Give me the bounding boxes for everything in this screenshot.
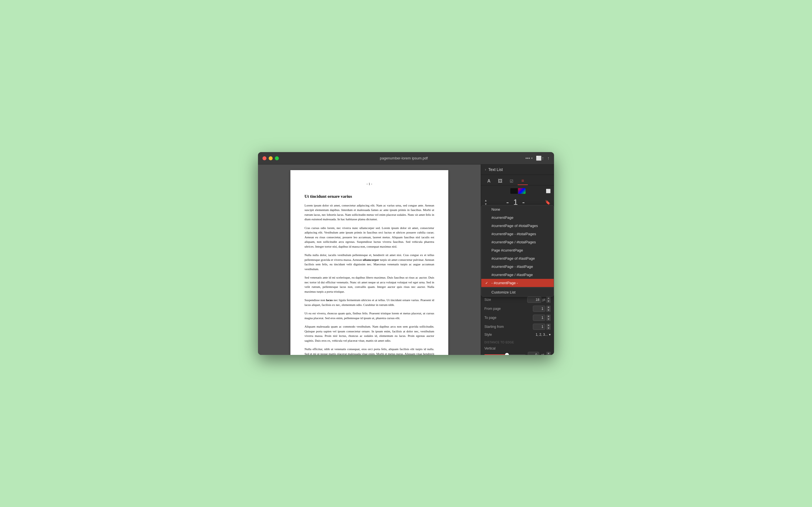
dropdown-item-none[interactable]: None [481,205,554,214]
tab-text[interactable]: A [484,177,494,185]
right-panel: › Text List A 🖼 ☑ ≡ ⬜ [481,165,554,355]
dropdown-item-currentPage-slash-totalPages[interactable]: #currentPage / #totalPages [481,238,554,246]
pdf-page-number: - 1 - [305,181,434,186]
pdf-para-3: Nulla nulla dolor, iaculis vestibulum pe… [305,252,434,271]
pdf-viewer[interactable]: - 1 - Ut tincidunt ornare varius Lorem i… [258,165,481,355]
starting-from-down[interactable]: ▼ [546,327,551,330]
vertical-slider-thumb[interactable] [505,353,509,355]
dropdown-item-currentPage-slash-lastPage[interactable]: #currentPage / #lastPage [481,271,554,279]
from-page-input[interactable] [533,305,545,312]
to-page-row: To page ▲ ▼ [485,313,551,322]
size-input[interactable] [527,297,541,303]
controls-section: Size pt ▲ ▼ From page [485,295,551,355]
vertical-row: Vertical [485,345,551,352]
dropdown-item-dash-currentPage-dash[interactable]: ✓ - #currentPage - [481,279,554,287]
to-page-value: ▲ ▼ [533,315,551,321]
pdf-para-1: Lorem ipsum dolor sit amet, consectetur … [305,203,434,222]
from-page-down[interactable]: ▼ [546,309,551,312]
dropdown-item-currentPage-of-totalPages[interactable]: #currentPage of #totalPages [481,222,554,230]
panel-content: ⬜ ▲ ▼ - 1 - 🔖 None [481,185,554,355]
panel-chevron-icon: › [485,168,486,172]
traffic-lights [262,156,279,160]
from-page-row: From page ▲ ▼ [485,304,551,313]
close-button[interactable] [262,156,266,160]
vertical-up[interactable]: ▲ [546,352,551,355]
starting-from-up[interactable]: ▲ [546,324,551,327]
size-down[interactable]: ▼ [546,300,551,303]
app-window: pagenumber-lorem ipsum.pdf •••▾ ⬜↑ ↑ - 1… [258,152,554,355]
minimize-button[interactable] [269,156,273,160]
style-row: Style 1, 2, 3... ▾ [485,331,551,338]
bookmark-icon[interactable]: 🔖 [545,200,551,205]
pdf-page: - 1 - Ut tincidunt ornare varius Lorem i… [290,170,448,355]
to-page-input[interactable] [533,315,545,321]
pdf-heading: Ut tincidunt ornare varius [305,193,434,200]
vertical-slider-fill [485,354,507,355]
tab-check[interactable]: ☑ [506,177,516,185]
starting-from-stepper[interactable]: ▲ ▼ [546,324,551,330]
dropdown-item-customize[interactable]: Customize List [481,288,554,296]
vertical-label: Vertical [485,346,495,350]
prev-arrow[interactable]: ▲ [485,199,487,202]
size-unit: pt [543,298,545,302]
vertical-slider-row: pt ▲ ▼ [485,352,551,355]
panel-title: Text List [488,167,503,172]
from-page-label: From page [485,307,501,311]
style-value[interactable]: 1, 2, 3... ▾ [536,333,551,337]
style-label: Style [485,333,492,337]
export-button[interactable]: ↑ [547,156,550,161]
menu-button[interactable]: •••▾ [525,156,532,161]
to-page-up[interactable]: ▲ [546,315,551,318]
dropdown-item-currentPage-dash-lastPage[interactable]: #currentPage - #lastPage [481,263,554,271]
content-area: - 1 - Ut tincidunt ornare varius Lorem i… [258,165,554,355]
dropdown-item-page-currentPage[interactable]: Page #currentPage [481,246,554,255]
starting-from-label: Starting from [485,325,504,329]
pdf-para-2: Cras cursus odio lorem, nec viverra nunc… [305,226,434,249]
window-title: pagenumber-lorem ipsum.pdf [282,156,525,160]
vertical-input[interactable] [528,352,539,355]
pdf-para-4: Sed venenatis ante id mi scelerisque, eu… [305,275,434,294]
page-number-arrows[interactable]: ▲ ▼ [485,199,487,206]
title-actions: •••▾ ⬜↑ ↑ [525,156,550,161]
starting-from-value: ▲ ▼ [533,324,551,330]
pdf-para-7: Aliquam malesuada quam ac commodo vestib… [305,324,434,343]
gradient-swatch [518,188,525,194]
vertical-slider-track [485,354,525,355]
pdf-para-8: Nulla efficitur, nibh ut venenatis conse… [305,347,434,355]
to-page-down[interactable]: ▼ [546,318,551,321]
starting-from-input[interactable] [533,324,545,330]
color-swatch[interactable] [510,188,525,194]
panel-tabs: A 🖼 ☑ ≡ [481,175,554,185]
title-bar: pagenumber-lorem ipsum.pdf •••▾ ⬜↑ ↑ [258,152,554,165]
distance-label: DISTANCE TO EDGE [485,341,551,344]
size-label: Size [485,298,491,302]
dropdown-item-currentPage[interactable]: #currentPage [481,214,554,222]
to-page-label: To page [485,316,497,320]
format-dropdown[interactable]: None #currentPage #currentPage of #total… [481,205,554,297]
copy-format-icon[interactable]: ⬜ [546,189,551,193]
pdf-para-6: Ut eu est viverra, rhoncus quam quis, fi… [305,311,434,320]
maximize-button[interactable] [275,156,279,160]
pdf-para-5: Suspendisse non lacus nec ligula ferment… [305,298,434,307]
black-swatch [510,188,518,194]
panel-header: › Text List [481,165,554,175]
from-page-up[interactable]: ▲ [546,305,551,309]
vertical-stepper[interactable]: ▲ ▼ [546,352,551,355]
tab-list[interactable]: ≡ [518,177,528,185]
size-up[interactable]: ▲ [546,297,551,300]
dropdown-item-currentPage-dash-totalPages[interactable]: #currentPage - #totalPages [481,230,554,238]
dropdown-item-currentPage-of-lastPage[interactable]: #currentPage of #lastPage [481,255,554,263]
starting-from-row: Starting from ▲ ▼ [485,322,551,331]
format-preview: ⬜ [485,188,551,194]
to-page-stepper[interactable]: ▲ ▼ [546,315,551,321]
size-value: pt ▲ ▼ [527,297,551,303]
vertical-unit: pt [541,353,544,355]
tab-image[interactable]: 🖼 [495,177,505,185]
size-stepper[interactable]: ▲ ▼ [546,297,551,303]
from-page-stepper[interactable]: ▲ ▼ [546,305,551,312]
share-button[interactable]: ⬜↑ [536,156,544,161]
from-page-value: ▲ ▼ [533,305,551,312]
